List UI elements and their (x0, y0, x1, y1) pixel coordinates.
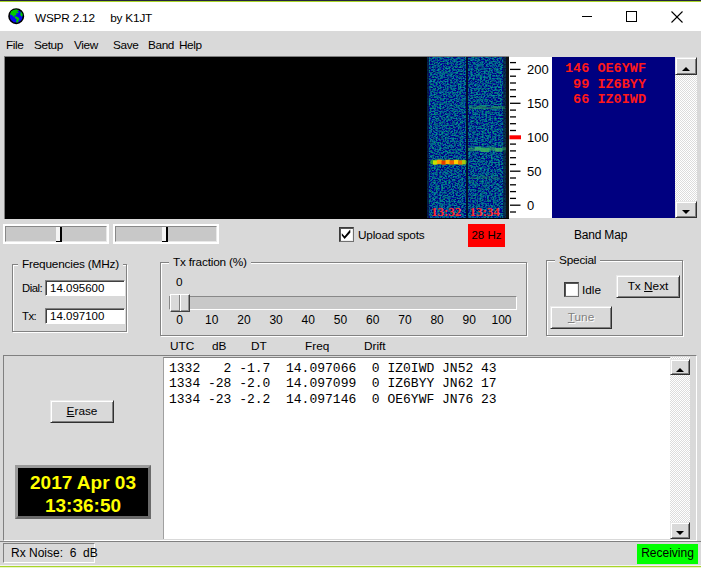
svg-text:13:32: 13:32 (431, 204, 461, 218)
svg-text:13:34: 13:34 (470, 204, 501, 218)
svg-text:50: 50 (527, 164, 541, 179)
svg-text:0: 0 (527, 198, 534, 213)
svg-text:200: 200 (527, 62, 549, 77)
svg-text:150: 150 (527, 96, 549, 111)
svg-text:100: 100 (527, 130, 549, 145)
